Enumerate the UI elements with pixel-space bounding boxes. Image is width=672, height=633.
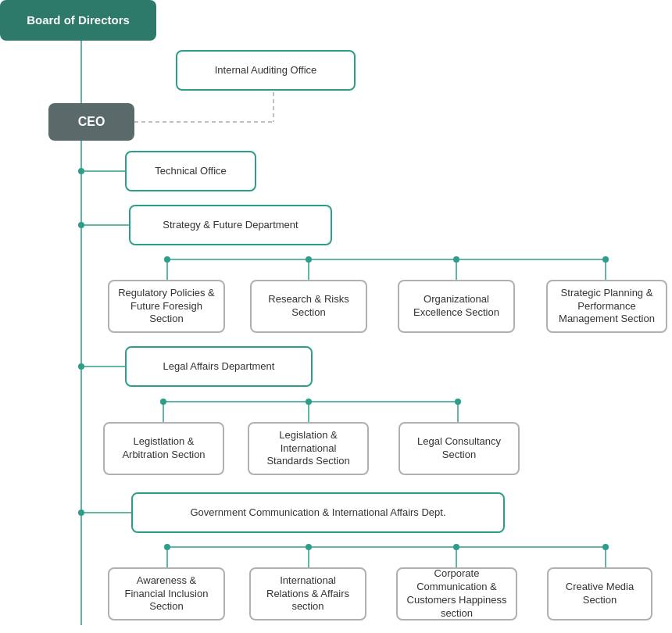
legal-affairs-node: Legal Affairs Department xyxy=(125,346,313,387)
research-risks-label: Research & Risks Section xyxy=(259,293,358,320)
svg-point-23 xyxy=(78,222,84,228)
regulatory-policies-label: Regulatory Policies & Future Foresigh Se… xyxy=(117,287,216,327)
legislation-arb-label: Legistlation & Arbitration Section xyxy=(113,435,215,462)
org-excellence-label: Organizational Excellence Section xyxy=(407,293,506,320)
corporate-comm-label: Corporate Communication & Customers Happ… xyxy=(406,567,508,620)
legal-consultancy-label: Legal Consultancy Section xyxy=(408,435,510,462)
legislation-intl-label: Legislation & International Standards Se… xyxy=(257,429,359,469)
awareness-node: Awareness & Financial Inclusion Section xyxy=(108,567,225,620)
svg-point-33 xyxy=(164,544,170,550)
strategy-dept-node: Strategy & Future Department xyxy=(129,205,332,245)
org-excellence-node: Organizational Excellence Section xyxy=(398,280,515,333)
org-chart: Board of Directors Internal Auditing Off… xyxy=(0,0,672,23)
creative-media-label: Creative Media Section xyxy=(556,581,643,607)
corporate-comm-node: Corporate Communication & Customers Happ… xyxy=(396,567,517,620)
gov-comm-node: Government Communication & International… xyxy=(131,492,505,533)
svg-point-36 xyxy=(602,544,609,550)
ceo-label: CEO xyxy=(78,114,105,131)
gov-comm-label: Government Communication & International… xyxy=(190,506,445,520)
creative-media-node: Creative Media Section xyxy=(547,567,652,620)
strategy-dept-label: Strategy & Future Department xyxy=(163,219,298,232)
legal-affairs-label: Legal Affairs Department xyxy=(163,360,275,374)
svg-point-27 xyxy=(602,256,609,263)
ceo-node: CEO xyxy=(48,103,134,141)
svg-point-28 xyxy=(78,363,84,370)
svg-point-22 xyxy=(78,168,84,174)
technical-office-node: Technical Office xyxy=(125,151,256,191)
svg-point-34 xyxy=(306,544,312,550)
intl-relations-label: International Relations & Affairs sectio… xyxy=(259,574,357,614)
strategic-planning-node: Strategic Planning & Performance Managem… xyxy=(546,280,667,333)
svg-point-35 xyxy=(453,544,459,550)
svg-point-25 xyxy=(306,256,312,263)
research-risks-node: Research & Risks Section xyxy=(250,280,367,333)
internal-auditing-node: Internal Auditing Office xyxy=(176,50,356,91)
board-label: Board of Directors xyxy=(27,13,130,28)
svg-point-24 xyxy=(164,256,170,263)
board-node: Board of Directors xyxy=(0,0,156,41)
regulatory-policies-node: Regulatory Policies & Future Foresigh Se… xyxy=(108,280,225,333)
svg-point-26 xyxy=(453,256,459,263)
svg-point-31 xyxy=(455,399,461,405)
svg-point-29 xyxy=(160,399,166,405)
awareness-label: Awareness & Financial Inclusion Section xyxy=(117,574,216,614)
svg-point-32 xyxy=(78,510,84,516)
legislation-arb-node: Legistlation & Arbitration Section xyxy=(103,422,224,475)
legislation-intl-node: Legislation & International Standards Se… xyxy=(248,422,369,475)
svg-point-30 xyxy=(306,399,312,405)
strategic-planning-label: Strategic Planning & Performance Managem… xyxy=(556,287,658,327)
technical-office-label: Technical Office xyxy=(155,165,227,178)
legal-consultancy-node: Legal Consultancy Section xyxy=(399,422,520,475)
internal-auditing-label: Internal Auditing Office xyxy=(215,64,317,77)
intl-relations-node: International Relations & Affairs sectio… xyxy=(249,567,366,620)
